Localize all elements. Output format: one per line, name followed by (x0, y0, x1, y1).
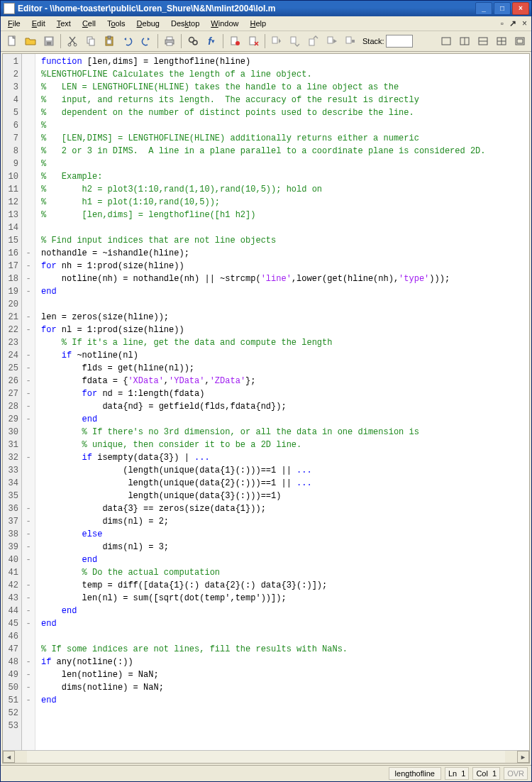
hscroll-right-arrow-icon[interactable]: ► (517, 751, 529, 763)
print-button[interactable] (161, 33, 178, 50)
redo-button[interactable] (138, 33, 155, 50)
menu-text[interactable]: Text (51, 18, 77, 29)
code-scroll[interactable]: 1234567891011121314151617181920212223242… (3, 54, 529, 750)
code-line[interactable]: for nl = 1:prod(size(hline)) (41, 324, 529, 336)
exec-marker[interactable]: - (22, 451, 35, 464)
code-line[interactable]: fdata = {'XData','YData','ZData'}; (41, 375, 529, 387)
code-line[interactable]: temp = diff([data{1}(:) data{2}(:) data{… (41, 579, 529, 592)
code-line[interactable]: % input, and returns its length. The acc… (41, 94, 529, 106)
code-line[interactable]: % 2 or 3 in DIMS. A line in a plane para… (41, 145, 529, 158)
exec-marker[interactable]: - (22, 285, 35, 298)
exec-marker[interactable]: - (22, 375, 35, 387)
code-line[interactable]: dims(notline) = NaN; (41, 681, 529, 694)
code-line[interactable] (41, 630, 529, 643)
menu-desktop[interactable]: Desktop (165, 18, 205, 29)
exec-marker[interactable]: - (22, 349, 35, 362)
code-line[interactable] (41, 221, 529, 234)
code-line[interactable]: dims(nl) = 3; (41, 541, 529, 554)
code-line[interactable]: nothandle = ~ishandle(hline); (41, 247, 529, 260)
line-number[interactable]: 45 (3, 617, 21, 630)
line-number[interactable]: 29 (3, 413, 21, 426)
code-line[interactable] (41, 707, 529, 720)
exec-marker[interactable] (22, 234, 35, 247)
line-number[interactable]: 14 (3, 221, 21, 234)
line-number[interactable]: 16 (3, 247, 21, 260)
code-line[interactable]: for nd = 1:length(fdata) (41, 387, 529, 400)
exec-marker[interactable] (22, 81, 35, 94)
exec-marker[interactable]: - (22, 554, 35, 566)
menu-edit[interactable]: Edit (26, 18, 51, 29)
line-number[interactable]: 17 (3, 260, 21, 272)
exec-marker[interactable] (22, 106, 35, 119)
exec-marker[interactable]: - (22, 413, 35, 426)
horizontal-scrollbar[interactable]: ◄ ► (3, 750, 529, 763)
line-number[interactable]: 34 (3, 477, 21, 490)
line-number[interactable]: 3 (3, 81, 21, 94)
line-number[interactable]: 36 (3, 502, 21, 515)
insert-function-button[interactable]: f▾ (203, 33, 220, 50)
exec-marker[interactable]: - (22, 656, 35, 668)
code-line[interactable]: % [len,dims] = lengthofline([h1 h2]) (41, 209, 529, 221)
line-number[interactable]: 4 (3, 94, 21, 106)
line-number[interactable]: 42 (3, 579, 21, 592)
code-line[interactable]: len = zeros(size(hline)); (41, 311, 529, 324)
exec-marker[interactable]: - (22, 311, 35, 324)
line-number[interactable]: 37 (3, 515, 21, 528)
line-number[interactable]: 12 (3, 196, 21, 209)
exit-debug-button[interactable] (342, 33, 359, 50)
code-line[interactable]: data{3} == zeros(size(data{1})); (41, 502, 529, 515)
copy-button[interactable] (82, 33, 99, 50)
minimize-button[interactable]: _ (475, 2, 492, 15)
set-breakpoint-button[interactable] (226, 33, 243, 50)
exec-marker[interactable] (22, 439, 35, 451)
code-line[interactable]: function [len,dims] = lengthofline(hline… (41, 55, 529, 68)
layout-5-button[interactable] (511, 33, 528, 50)
line-number[interactable]: 46 (3, 630, 21, 643)
line-number[interactable]: 13 (3, 209, 21, 221)
exec-marker[interactable] (22, 158, 35, 170)
code-line[interactable]: notline(nh) = nothandle(nh) || ~strcmp('… (41, 272, 529, 285)
line-number[interactable]: 11 (3, 183, 21, 196)
line-number[interactable]: 40 (3, 554, 21, 566)
line-number[interactable]: 23 (3, 336, 21, 349)
line-number[interactable]: 31 (3, 439, 21, 451)
code-line[interactable]: if any(notline(:)) (41, 656, 529, 668)
exec-marker[interactable]: - (22, 400, 35, 413)
layout-1-button[interactable] (438, 33, 455, 50)
line-number[interactable]: 49 (3, 668, 21, 681)
titlebar[interactable]: Editor - \\home-toaster\public\Loren_Shu… (1, 1, 531, 16)
exec-marker[interactable] (22, 298, 35, 311)
code-line[interactable]: % Find input indices that are not line o… (41, 234, 529, 247)
line-number[interactable]: 53 (3, 720, 21, 732)
menu-help[interactable]: Help (245, 18, 272, 29)
menu-file[interactable]: File (2, 18, 26, 29)
exec-marker[interactable] (22, 68, 35, 81)
menu-tools[interactable]: Tools (101, 18, 131, 29)
line-number[interactable]: 39 (3, 541, 21, 554)
line-number[interactable]: 2 (3, 68, 21, 81)
clear-breakpoints-button[interactable] (245, 33, 262, 50)
exec-marker[interactable]: - (22, 502, 35, 515)
line-number[interactable]: 43 (3, 592, 21, 605)
code-line[interactable]: end (41, 694, 529, 707)
close-button[interactable]: × (512, 2, 529, 15)
save-button[interactable] (40, 33, 57, 50)
code-line[interactable]: end (41, 554, 529, 566)
exec-marker[interactable]: - (22, 592, 35, 605)
hscroll-left-arrow-icon[interactable]: ◄ (3, 751, 15, 763)
layout-3-button[interactable] (475, 33, 492, 50)
dock-icon[interactable]: ▫ (501, 18, 504, 28)
exec-marker[interactable] (22, 426, 35, 439)
code-line[interactable]: if ~notline(nl) (41, 349, 529, 362)
exec-marker[interactable]: - (22, 272, 35, 285)
code-line[interactable]: end (41, 605, 529, 617)
cut-button[interactable] (64, 33, 81, 50)
line-number[interactable]: 20 (3, 298, 21, 311)
step-out-button[interactable] (305, 33, 322, 50)
code-line[interactable]: % (41, 119, 529, 132)
exec-marker[interactable] (22, 477, 35, 490)
exec-marker[interactable] (22, 183, 35, 196)
code-line[interactable]: data{nd} = getfield(flds,fdata{nd}); (41, 400, 529, 413)
undock-icon[interactable]: ↗ (509, 18, 516, 28)
menu-debug[interactable]: Debug (131, 18, 165, 29)
